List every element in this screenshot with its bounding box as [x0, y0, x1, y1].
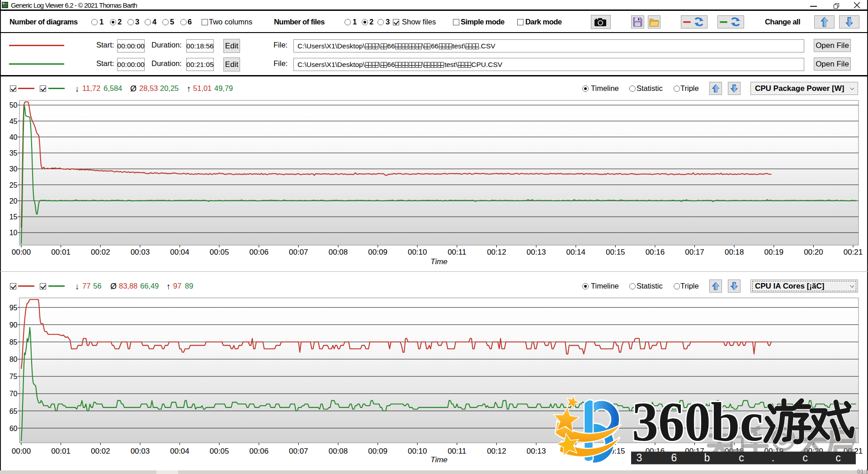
svg-text:3: 3 [637, 452, 642, 464]
svg-text:b: b [704, 452, 710, 464]
svg-text:60: 60 [9, 425, 18, 432]
svg-text:00:12: 00:12 [487, 248, 506, 256]
svg-text:00:01: 00:01 [51, 447, 71, 455]
svg-text:00:06: 00:06 [249, 248, 269, 256]
svg-text:00:00: 00:00 [12, 447, 31, 455]
svg-text:c: c [739, 452, 744, 464]
svg-text:00:19: 00:19 [764, 248, 784, 256]
svg-text:00:04: 00:04 [170, 248, 189, 256]
svg-text:00:10: 00:10 [408, 447, 427, 455]
svg-text:40: 40 [9, 133, 18, 141]
svg-text:00:17: 00:17 [685, 248, 704, 256]
svg-text:80: 80 [9, 356, 18, 363]
svg-text:70: 70 [9, 390, 18, 398]
svg-text:75: 75 [9, 373, 18, 380]
svg-text:00:03: 00:03 [131, 248, 150, 256]
svg-text:00:20: 00:20 [804, 248, 823, 256]
svg-text:65: 65 [9, 408, 18, 415]
svg-text:00:13: 00:13 [527, 447, 546, 455]
svg-text:6: 6 [671, 452, 677, 464]
svg-text:00:00: 00:00 [12, 248, 31, 256]
svg-text:Time: Time [430, 455, 448, 464]
svg-text:45: 45 [9, 118, 18, 125]
svg-text:00:08: 00:08 [329, 248, 348, 256]
svg-text:00:07: 00:07 [289, 248, 308, 256]
svg-text:35: 35 [9, 149, 18, 157]
svg-text:85: 85 [9, 338, 18, 346]
svg-text:25: 25 [9, 181, 18, 189]
svg-text:00:11: 00:11 [448, 447, 466, 455]
svg-text:.: . [772, 452, 774, 464]
svg-text:00:06: 00:06 [249, 447, 269, 455]
svg-text:00:08: 00:08 [329, 447, 348, 455]
svg-text:10: 10 [9, 229, 18, 237]
svg-text:15: 15 [9, 213, 18, 221]
svg-text:95: 95 [9, 304, 18, 312]
svg-text:00:01: 00:01 [51, 248, 71, 256]
svg-text:Time: Time [430, 257, 448, 266]
svg-text:c: c [835, 452, 841, 464]
svg-text:00:05: 00:05 [210, 447, 229, 455]
svg-text:00:16: 00:16 [646, 248, 665, 256]
svg-text:01:10: 01:10 [857, 468, 868, 474]
svg-text:00:03: 00:03 [131, 447, 150, 455]
svg-text:30: 30 [9, 165, 18, 173]
svg-text:00:02: 00:02 [91, 248, 110, 256]
svg-text:00:14: 00:14 [566, 248, 585, 256]
svg-text:00:21: 00:21 [844, 248, 863, 256]
svg-text:c: c [802, 452, 808, 464]
svg-text:00:09: 00:09 [368, 447, 387, 455]
svg-text:00:07: 00:07 [289, 447, 308, 455]
svg-text:00:05: 00:05 [210, 248, 229, 256]
svg-text:00:10: 00:10 [408, 248, 427, 256]
svg-text:20: 20 [9, 197, 18, 205]
svg-text:00:18: 00:18 [725, 248, 744, 256]
svg-text:00:09: 00:09 [368, 248, 387, 256]
svg-text:90: 90 [9, 321, 18, 329]
svg-text:00:02: 00:02 [91, 447, 110, 455]
svg-text:00:13: 00:13 [527, 248, 546, 256]
svg-text:50: 50 [9, 101, 18, 109]
svg-text:360bc: 360bc [632, 391, 763, 452]
svg-text:00:04: 00:04 [170, 447, 189, 455]
svg-text:00:12: 00:12 [487, 447, 506, 455]
svg-text:00:11: 00:11 [448, 248, 466, 256]
svg-text:00:15: 00:15 [606, 248, 625, 256]
